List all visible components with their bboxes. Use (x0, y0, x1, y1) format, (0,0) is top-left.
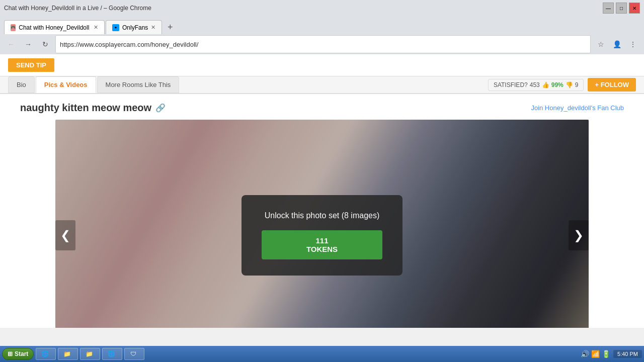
taskbar-ie-item[interactable]: 🌐 (36, 348, 56, 360)
room-title-row: naughty kitten meow meow 🔗 Join Honey_de… (20, 102, 624, 114)
tabs-left: Bio Pics & Videos More Rooms Like This (8, 76, 180, 93)
rating-value: 99% (551, 81, 564, 88)
menu-icon[interactable]: ⋮ (626, 37, 640, 51)
tab-1-icon: 🎮 (11, 24, 16, 31)
taskbar-shield-icon: 🛡 (129, 349, 138, 358)
maximize-button[interactable]: □ (616, 3, 627, 14)
taskbar-chrome-item[interactable]: 🌐 (102, 348, 122, 360)
tab-bar: 🎮 Chat with Honey_Devildoll in a Live / … (0, 16, 644, 34)
refresh-button[interactable]: ↻ (38, 37, 52, 51)
start-label: Start (15, 350, 28, 357)
title-bar-text: Chat with Honey_Devildoll in a Live / – … (4, 5, 151, 12)
taskbar: ⊞ Start 🌐 📁 📁 🌐 🛡 🔊 📶 🔋 5:40 PM (0, 346, 644, 362)
tab-1-label: Chat with Honey_Devildoll in a Live / (19, 24, 91, 31)
photo-viewer: ❮ Unlock this photo set (8 images) 111 T… (55, 120, 589, 328)
taskbar-folder2-icon: 📁 (85, 349, 94, 358)
send-tip-bar: SEND TIP (0, 54, 644, 76)
address-bar (55, 35, 591, 53)
taskbar-ie-icon: 🌐 (40, 349, 49, 358)
taskbar-folder1-icon: 📁 (62, 349, 71, 358)
tab-more-rooms[interactable]: More Rooms Like This (97, 76, 180, 93)
close-button[interactable]: ✕ (629, 3, 640, 14)
taskbar-network-icon[interactable]: 📶 (591, 350, 600, 358)
forward-button[interactable]: → (21, 37, 35, 51)
taskbar-shield-item[interactable]: 🛡 (124, 348, 144, 360)
prev-photo-button[interactable]: ❮ (55, 220, 75, 250)
bookmark-icon[interactable]: ☆ (594, 37, 608, 51)
tab-bio[interactable]: Bio (8, 76, 35, 93)
window-controls: — □ ✕ (603, 3, 640, 14)
taskbar-clock: 5:40 PM (613, 350, 642, 358)
tab-2-label: OnlyFans (122, 24, 148, 31)
satisfied-count: 453 (530, 81, 540, 88)
dislike-count: 9 (575, 81, 579, 88)
taskbar-folder1-item[interactable]: 📁 (58, 348, 78, 360)
next-photo-button[interactable]: ❯ (569, 220, 589, 250)
send-tip-button[interactable]: SEND TIP (8, 58, 54, 72)
unlock-button[interactable]: 111 TOKENS (262, 230, 382, 259)
taskbar-chrome-icon: 🌐 (107, 349, 116, 358)
minimize-button[interactable]: — (603, 3, 614, 14)
tabs-row: Bio Pics & Videos More Rooms Like This S… (0, 76, 644, 94)
room-title: naughty kitten meow meow 🔗 (20, 102, 166, 114)
back-button[interactable]: ← (4, 37, 18, 51)
satisfied-label: SATISFIED? (494, 81, 528, 88)
taskbar-time: 5:40 PM (617, 351, 638, 357)
address-input[interactable] (60, 41, 586, 48)
thumbdown-icon: 👎 (566, 81, 573, 88)
thumbup-icon: 👍 (542, 81, 549, 88)
page-content: SEND TIP Bio Pics & Videos More Rooms Li… (0, 54, 644, 328)
follow-button[interactable]: + FOLLOW (588, 78, 636, 92)
tab-pics[interactable]: Pics & Videos (36, 76, 96, 93)
browser-chrome: Chat with Honey_Devildoll in a Live / – … (0, 0, 644, 54)
unlock-text: Unlock this photo set (8 images) (262, 211, 382, 220)
tab-2-icon: ● (112, 24, 119, 31)
tab-2[interactable]: ● OnlyFans ✕ (106, 20, 162, 34)
start-button[interactable]: ⊞ Start (2, 348, 34, 360)
new-tab-button[interactable]: + (163, 20, 177, 34)
tabs-right: SATISFIED? 453 👍 99% 👎 9 + FOLLOW (488, 78, 636, 92)
tab-1-close[interactable]: ✕ (94, 24, 98, 31)
room-title-text: naughty kitten meow meow (20, 102, 151, 114)
main-area: naughty kitten meow meow 🔗 Join Honey_de… (0, 94, 644, 328)
tab-1[interactable]: 🎮 Chat with Honey_Devildoll in a Live / … (4, 20, 105, 34)
profile-icon[interactable]: 👤 (610, 37, 624, 51)
taskbar-right: 🔊 📶 🔋 5:40 PM (581, 350, 642, 358)
external-link-icon[interactable]: 🔗 (155, 103, 166, 113)
taskbar-speaker-icon[interactable]: 🔊 (581, 350, 589, 358)
fan-club-link[interactable]: Join Honey_devildoll's Fan Club (531, 104, 624, 112)
taskbar-battery-icon[interactable]: 🔋 (602, 350, 610, 358)
nav-bar: ← → ↻ ☆ 👤 ⋮ (0, 34, 644, 54)
tab-2-close[interactable]: ✕ (151, 24, 155, 31)
nav-icons: ☆ 👤 ⋮ (594, 37, 640, 51)
satisfied-badge: SATISFIED? 453 👍 99% 👎 9 (488, 79, 584, 91)
windows-logo-icon: ⊞ (8, 350, 13, 357)
title-bar: Chat with Honey_Devildoll in a Live / – … (0, 0, 644, 16)
taskbar-folder2-item[interactable]: 📁 (80, 348, 100, 360)
taskbar-sys-icons: 🔊 📶 🔋 (581, 350, 610, 358)
unlock-overlay: Unlock this photo set (8 images) 111 TOK… (242, 195, 403, 276)
